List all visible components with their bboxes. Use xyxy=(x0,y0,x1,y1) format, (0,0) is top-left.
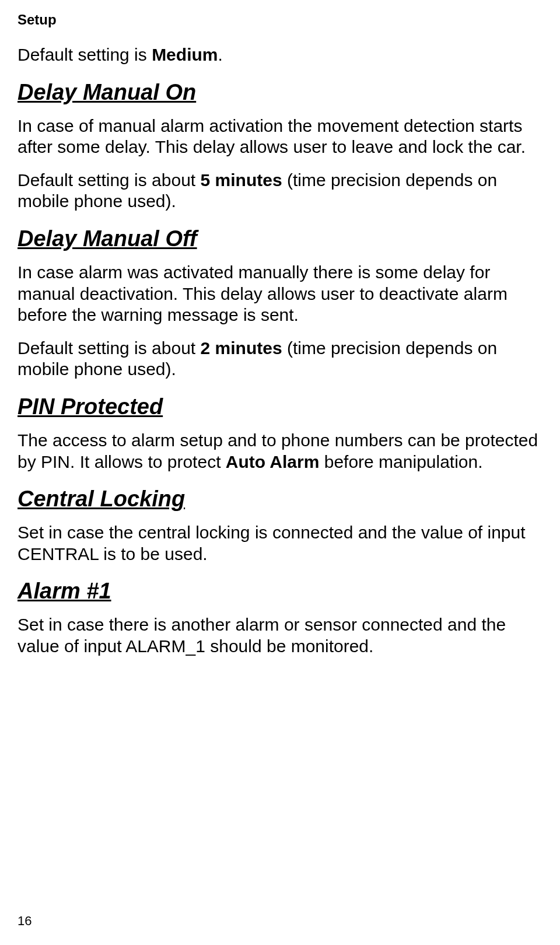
intro-text: Default setting is Medium. xyxy=(18,44,542,66)
delay-off-p1: In case alarm was activated manually the… xyxy=(18,262,542,326)
heading-alarm-1: Alarm #1 xyxy=(18,579,542,604)
central-p1: Set in case the central locking is conne… xyxy=(18,522,542,565)
delay-on-p2: Default setting is about 5 minutes (time… xyxy=(18,170,542,212)
delay-off-p2-prefix: Default setting is about xyxy=(18,338,201,358)
intro-prefix: Default setting is xyxy=(18,45,152,64)
page-number: 16 xyxy=(18,914,32,929)
delay-off-p2-bold: 2 minutes xyxy=(201,338,282,358)
heading-delay-manual-on: Delay Manual On xyxy=(18,80,542,105)
alarm1-p1: Set in case there is another alarm or se… xyxy=(18,614,542,657)
heading-delay-manual-off: Delay Manual Off xyxy=(18,226,542,251)
intro-suffix: . xyxy=(218,45,222,64)
pin-p1-bold: Auto Alarm xyxy=(226,452,320,471)
delay-on-p2-prefix: Default setting is about xyxy=(18,170,201,190)
delay-off-p2: Default setting is about 2 minutes (time… xyxy=(18,338,542,380)
heading-central-locking: Central Locking xyxy=(18,487,542,512)
pin-p1-suffix: before manipulation. xyxy=(319,452,482,471)
intro-bold: Medium xyxy=(152,45,218,64)
page-header: Setup xyxy=(18,12,542,28)
heading-pin-protected: PIN Protected xyxy=(18,394,542,419)
delay-on-p1: In case of manual alarm activation the m… xyxy=(18,116,542,158)
delay-on-p2-bold: 5 minutes xyxy=(201,170,282,190)
pin-p1: The access to alarm setup and to phone n… xyxy=(18,430,542,473)
